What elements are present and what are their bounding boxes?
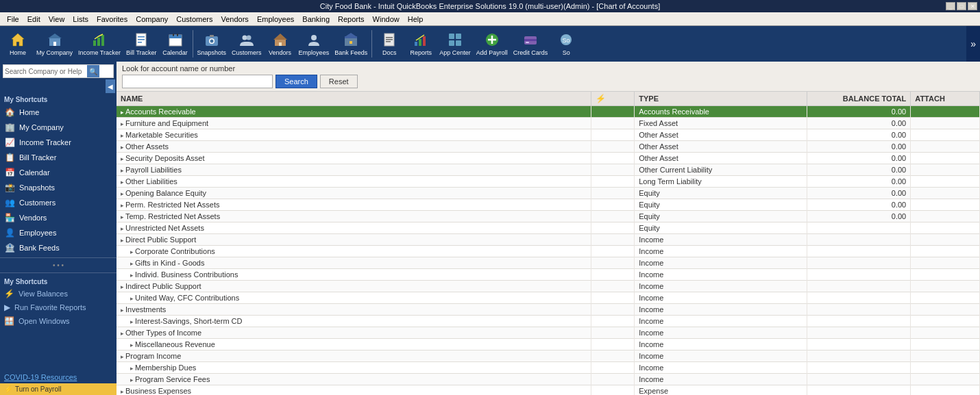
toolbar-add-payroll[interactable]: Add Payroll xyxy=(474,28,510,60)
toolbar-reports[interactable]: Reports xyxy=(406,28,436,60)
table-row[interactable]: ▸Membership Dues Income xyxy=(117,362,980,374)
sidebar-item-vendors[interactable]: 🏪 Vendors xyxy=(0,210,117,225)
menu-customers[interactable]: Customers xyxy=(172,14,217,25)
sidebar-collapse-btn[interactable]: ◀ xyxy=(106,79,115,93)
menu-company[interactable]: Company xyxy=(132,14,172,25)
account-type-cell: Income xyxy=(635,327,807,339)
toolbar-so[interactable]: So So xyxy=(551,28,581,60)
table-row[interactable]: ▸Security Deposits Asset Other Asset 0.0… xyxy=(117,153,980,164)
row-arrow: ▸ xyxy=(121,202,124,209)
maximize-button[interactable]: □ xyxy=(957,2,966,10)
sidebar-my-company-label: My Company xyxy=(19,123,64,131)
table-row[interactable]: ▸Program Service Fees Income xyxy=(117,374,980,385)
attach-cell xyxy=(911,118,980,129)
table-row[interactable]: ▸Accounts Receivable Accounts Receivable… xyxy=(117,106,980,118)
table-row[interactable]: ▸Temp. Restricted Net Assets Equity 0.00 xyxy=(117,211,980,222)
toolbar-app-center[interactable]: App Center xyxy=(437,28,473,60)
toolbar-income-tracker[interactable]: Income Tracker xyxy=(76,28,123,60)
table-row[interactable]: ▸Marketable Securities Other Asset 0.00 xyxy=(117,129,980,141)
minimize-button[interactable]: _ xyxy=(946,2,955,10)
toolbar-employees[interactable]: Employees xyxy=(297,28,332,60)
account-name-cell: ▸Miscellaneous Revenue xyxy=(117,339,591,351)
sidebar-item-customers[interactable]: 👥 Customers xyxy=(0,195,117,210)
sidebar: 🔍 ◀ My Shortcuts 🏠 Home 🏢 My Company 📈 I… xyxy=(0,62,117,395)
sidebar-item-calendar[interactable]: 📅 Calendar xyxy=(0,165,117,180)
menu-reports[interactable]: Reports xyxy=(334,14,369,25)
menu-favorites[interactable]: Favorites xyxy=(93,14,132,25)
turn-on-payroll-link[interactable]: ⚡ Turn on Payroll xyxy=(0,383,117,395)
sidebar-link-run-favorite-reports[interactable]: ▶ Run Favorite Reports xyxy=(0,301,117,314)
table-row[interactable]: ▸Investments Income xyxy=(117,304,980,316)
covid-resources-link[interactable]: COVID-19 Resources xyxy=(0,371,117,383)
account-type-cell: Income xyxy=(635,257,807,269)
toolbar-customers[interactable]: Customers xyxy=(230,28,264,60)
table-row[interactable]: ▸United Way, CFC Contributions Income xyxy=(117,292,980,304)
menu-help[interactable]: Help xyxy=(404,14,428,25)
menu-bar: File Edit View Lists Favorites Company C… xyxy=(0,12,980,26)
sidebar-item-employees[interactable]: 👤 Employees xyxy=(0,225,117,240)
main-layout: 🔍 ◀ My Shortcuts 🏠 Home 🏢 My Company 📈 I… xyxy=(0,62,980,395)
table-row[interactable]: ▸Indirect Public Support Income xyxy=(117,281,980,292)
toolbar-credit-cards[interactable]: Credit Cards xyxy=(511,28,550,60)
table-row[interactable]: ▸Miscellaneous Revenue Income xyxy=(117,339,980,351)
menu-view[interactable]: View xyxy=(45,14,69,25)
sidebar-item-bank-feeds[interactable]: 🏦 Bank Feeds xyxy=(0,240,117,255)
sidebar-item-my-company[interactable]: 🏢 My Company xyxy=(0,120,117,135)
toolbar-overflow[interactable]: » xyxy=(966,26,980,62)
table-row[interactable]: ▸Payroll Liabilities Other Current Liabi… xyxy=(117,164,980,176)
sidebar-item-bill-tracker[interactable]: 📋 Bill Tracker xyxy=(0,150,117,165)
account-search-button[interactable]: Search xyxy=(275,75,317,88)
sidebar-item-snapshots[interactable]: 📸 Snapshots xyxy=(0,180,117,195)
toolbar-my-company[interactable]: My Company xyxy=(34,28,75,60)
lightning-cell xyxy=(591,362,635,374)
table-row[interactable]: ▸Gifts in Kind - Goods Income xyxy=(117,257,980,269)
table-row[interactable]: ▸Opening Balance Equity Equity 0.00 xyxy=(117,188,980,199)
lightning-cell xyxy=(591,153,635,164)
account-type-cell: Expense xyxy=(635,385,807,396)
svg-rect-18 xyxy=(210,35,214,37)
search-button[interactable]: 🔍 xyxy=(87,65,99,77)
sidebar-link-view-balances[interactable]: ⚡ View Balances xyxy=(0,287,117,301)
lightning-cell xyxy=(591,141,635,153)
toolbar-calendar[interactable]: Calendar xyxy=(160,28,191,60)
table-row[interactable]: ▸Direct Public Support Income xyxy=(117,234,980,246)
account-name-cell: ▸Program Service Fees xyxy=(117,374,591,385)
menu-banking[interactable]: Banking xyxy=(298,14,334,25)
menu-employees[interactable]: Employees xyxy=(253,14,298,25)
turn-on-payroll-label: Turn on Payroll xyxy=(15,385,61,393)
menu-vendors[interactable]: Vendors xyxy=(217,14,253,25)
sidebar-link-open-windows[interactable]: 🪟 Open Windows xyxy=(0,314,117,328)
menu-edit[interactable]: Edit xyxy=(23,14,45,25)
table-row[interactable]: ▸Unrestricted Net Assets Equity xyxy=(117,222,980,234)
table-row[interactable]: ▸Other Liabilities Long Term Liability 0… xyxy=(117,176,980,188)
attach-cell xyxy=(911,351,980,362)
my-company-icon xyxy=(47,31,63,48)
table-row[interactable]: ▸Corporate Contributions Income xyxy=(117,246,980,257)
table-row[interactable]: ▸Interest-Savings, Short-term CD Income xyxy=(117,316,980,327)
table-row[interactable]: ▸Business Expenses Expense xyxy=(117,385,980,396)
row-arrow: ▸ xyxy=(130,342,134,348)
table-row[interactable]: ▸Other Types of Income Income xyxy=(117,327,980,339)
table-row[interactable]: ▸Individ. Business Contributions Income xyxy=(117,269,980,281)
table-row[interactable]: ▸Program Income Income xyxy=(117,351,980,362)
account-reset-button[interactable]: Reset xyxy=(320,75,358,88)
chart-of-accounts-table: NAME ⚡ TYPE BALANCE TOTAL ATTACH ▸Accoun… xyxy=(117,92,980,395)
close-button[interactable]: ✕ xyxy=(968,2,977,10)
sidebar-item-income-tracker[interactable]: 📈 Income Tracker xyxy=(0,135,117,150)
toolbar-snapshots[interactable]: Snapshots xyxy=(195,28,229,60)
toolbar-home[interactable]: Home xyxy=(3,28,33,60)
menu-lists[interactable]: Lists xyxy=(69,14,93,25)
table-row[interactable]: ▸Other Assets Other Asset 0.00 xyxy=(117,141,980,153)
toolbar-bank-feeds[interactable]: Bank Feeds xyxy=(332,28,369,60)
toolbar-docs[interactable]: Docs xyxy=(374,28,404,60)
toolbar-vendors[interactable]: Vendors xyxy=(265,28,295,60)
menu-window[interactable]: Window xyxy=(369,14,404,25)
sidebar-item-home[interactable]: 🏠 Home xyxy=(0,105,117,120)
table-row[interactable]: ▸Furniture and Equipment Fixed Asset 0.0… xyxy=(117,118,980,129)
toolbar-bill-tracker[interactable]: Bill Tracker xyxy=(124,28,159,60)
menu-file[interactable]: File xyxy=(3,14,23,25)
table-row[interactable]: ▸Perm. Restricted Net Assets Equity 0.00 xyxy=(117,199,980,211)
account-type-cell: Fixed Asset xyxy=(635,118,807,129)
search-company-input[interactable] xyxy=(5,68,87,75)
account-search-input[interactable] xyxy=(122,75,273,88)
